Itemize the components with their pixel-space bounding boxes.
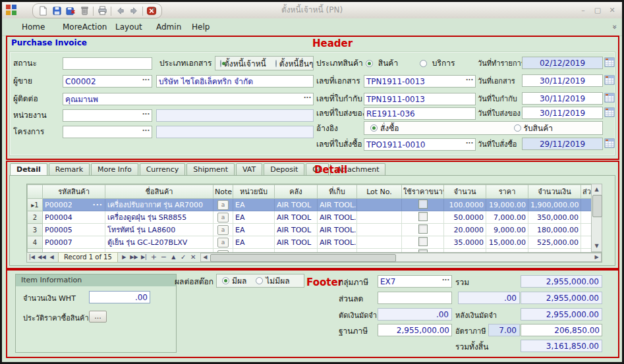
po-no-lookup-ellipsis-button[interactable] (465, 140, 474, 149)
col-price[interactable]: ราคา (486, 185, 528, 199)
vendor-lookup-ellipsis-button[interactable] (141, 76, 151, 86)
doc-date-field[interactable]: 30/11/2019 (522, 74, 603, 87)
menu-help[interactable]: Help (189, 18, 212, 36)
cell-lot[interactable] (357, 211, 402, 224)
doc-no-lookup-ellipsis-button[interactable] (465, 76, 474, 86)
doc-type-option-label[interactable]: ตั้งหนี้เจ้าหนี้ (224, 57, 266, 70)
cell-price[interactable]: 9,000.00 (486, 224, 528, 236)
cell-quantity[interactable]: 100.0000 (444, 199, 486, 211)
col-amount[interactable]: จำนวนเงิน (528, 185, 581, 199)
print-icon[interactable] (96, 5, 108, 16)
cell-amount[interactable]: 350,000.00 (528, 211, 581, 224)
cell-location[interactable]: AIR TOOL. (318, 211, 357, 224)
cell-lookup-ellipsis[interactable]: ··· (92, 201, 103, 209)
tab-shipment[interactable]: Shipment (186, 163, 235, 176)
col-warehouse[interactable]: คลัง (275, 185, 318, 199)
cell-item-name[interactable]: โทรทัศน์ รุ่น LA8600 (105, 224, 213, 236)
vendor-name-input[interactable] (156, 75, 314, 88)
po-date-field[interactable]: 29/11/2019 (522, 138, 603, 150)
tax-group-lookup-ellipsis-button[interactable] (441, 276, 451, 286)
col-parallel-price[interactable]: ใช้ราคาขนาน (402, 185, 444, 199)
cell-warehouse[interactable]: AIR TOOL (275, 199, 318, 211)
project-input[interactable] (63, 126, 152, 138)
radio-reference-receive[interactable] (514, 124, 521, 132)
menu-admin[interactable]: Admin (154, 18, 184, 36)
nav-next-button[interactable]: ▶ (119, 253, 129, 262)
price-history-button[interactable]: ... (89, 311, 107, 323)
nav-next-page-button[interactable]: ▶▶ (129, 253, 139, 262)
cell-lot[interactable] (357, 199, 402, 211)
doc-no-input[interactable] (364, 75, 476, 88)
cell-amount[interactable]: 525,000.00 (528, 236, 581, 249)
cell-item-name[interactable]: ตู้เย็น รุ่น GC-L207BLXV (105, 236, 213, 249)
col-discount-cut[interactable]: ส่ว (581, 185, 592, 199)
product-type-option-label[interactable]: บริการ (432, 59, 455, 68)
radio-product-type-goods[interactable] (366, 60, 373, 67)
save-icon[interactable] (51, 5, 63, 16)
delivery-no-input[interactable] (364, 107, 476, 120)
tax-amount-input[interactable] (521, 324, 602, 336)
cell-item-code[interactable]: P00007 (43, 236, 105, 249)
stock-effect-option-label[interactable]: มีผล (232, 274, 246, 287)
invoice-date-field[interactable]: 30/11/2019 (522, 92, 603, 105)
cell-warehouse[interactable]: AIR TOOL (275, 211, 318, 224)
radio-stock-no-affect[interactable] (256, 277, 263, 284)
cell-item-name[interactable]: เครื่องปรับอากาศ รุ่น AR7000 (105, 199, 213, 211)
cell-amount[interactable]: 180,000.00 (528, 224, 581, 236)
nav-append-button[interactable]: + (149, 253, 159, 262)
tab-currency[interactable]: Currency (140, 163, 186, 176)
department-lookup-ellipsis-button[interactable] (141, 111, 151, 120)
cell-unit[interactable]: EA (233, 236, 275, 249)
delivery-date-field[interactable]: 30/11/2019 (522, 107, 603, 119)
wht-amount-input[interactable] (89, 291, 150, 303)
close-document-icon[interactable] (146, 5, 157, 16)
cell-location[interactable]: AIR TOOL. (318, 199, 357, 211)
scroll-down-icon[interactable]: ▼ (592, 242, 602, 251)
col-location[interactable]: ที่เก็บ (318, 185, 357, 199)
po-no-input[interactable] (364, 138, 476, 151)
department-input[interactable] (63, 109, 152, 122)
nav-post-button[interactable]: ✓ (179, 253, 188, 262)
contact-input[interactable] (63, 93, 314, 105)
col-item-code[interactable]: รหัสสินค้า (43, 185, 105, 199)
col-unit[interactable]: หน่วยนับ (233, 185, 275, 199)
col-note[interactable]: Note (213, 185, 233, 199)
project-lookup-ellipsis-button[interactable] (141, 127, 151, 136)
nav-prev-button[interactable]: ◀ (47, 253, 57, 262)
radio-doc-type-payable[interactable] (220, 60, 221, 67)
cell-price[interactable]: 19,000.00 (486, 199, 528, 211)
transaction-date-field[interactable]: 02/12/2019 (522, 57, 603, 69)
cell-warehouse[interactable]: AIR TOOL (275, 224, 318, 236)
nav-prev-page-button[interactable]: ◀◀ (37, 253, 47, 262)
close-button[interactable]: ✕ (606, 6, 618, 14)
new-document-icon[interactable] (37, 5, 49, 16)
col-quantity[interactable]: จำนวน (444, 185, 486, 199)
cell-unit[interactable]: EA (233, 199, 275, 211)
cell-item-code[interactable]: P00002··· (43, 199, 105, 211)
calendar-icon[interactable] (604, 75, 615, 86)
cell-quantity[interactable]: 50.0000 (444, 211, 486, 224)
grid-horizontal-scrollbar[interactable]: ◀ ▶ (200, 253, 602, 262)
doc-type-option-label[interactable]: ตั้งหนี้อื่นๆ (279, 57, 314, 70)
cell-location[interactable]: AIR TOOL. (318, 224, 357, 236)
cell-lot[interactable] (357, 236, 402, 249)
radio-product-type-service[interactable] (420, 60, 427, 67)
tab-more-info[interactable]: More Info (91, 163, 138, 176)
forward-arrow-icon[interactable] (128, 5, 140, 16)
calendar-icon[interactable] (604, 138, 615, 149)
radio-stock-affect[interactable] (222, 277, 229, 284)
cell-unit[interactable]: EA (233, 211, 275, 224)
contact-lookup-ellipsis-button[interactable] (302, 94, 312, 103)
cell-quantity[interactable]: 35.0000 (444, 236, 486, 249)
cell-item-code[interactable]: P00004 (43, 211, 105, 224)
calendar-icon[interactable] (604, 107, 615, 118)
minimize-button[interactable]: – (577, 6, 589, 14)
cell-item-name[interactable]: เครื่องดูดฝุ่น รุ่น SR8855 (105, 211, 213, 224)
nav-last-button[interactable]: ▶| (139, 253, 149, 262)
maximize-button[interactable]: ▢ (592, 6, 604, 14)
nav-cancel-button[interactable]: ✕ (188, 253, 198, 262)
reference-option-label[interactable]: รับสินค้า (524, 122, 553, 134)
status-input[interactable] (63, 57, 152, 70)
nav-edit-button[interactable]: ▲ (169, 253, 179, 262)
radio-doc-type-other[interactable] (275, 60, 277, 67)
